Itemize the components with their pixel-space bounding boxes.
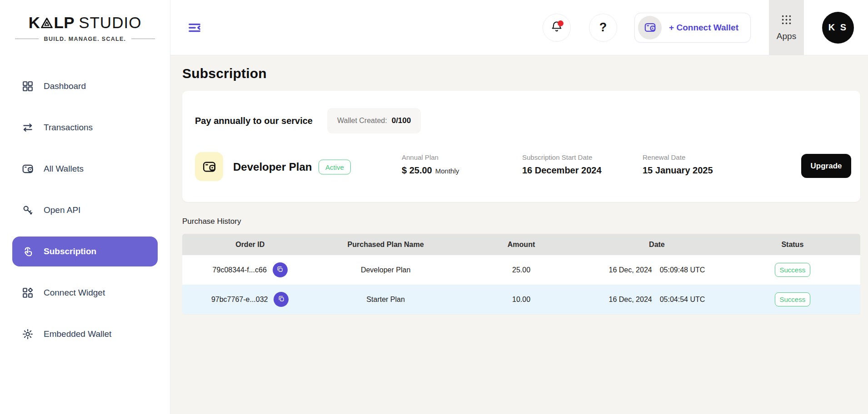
sidebar-item-embedded-wallet[interactable]: Embedded Wallet [12, 319, 158, 349]
order-id-cell: 79c08344-f...c66 [182, 262, 318, 277]
plan-status-badge: Active [319, 160, 351, 175]
sidebar-item-label: Connect Widget [44, 288, 105, 298]
copy-order-id-button[interactable] [273, 262, 288, 277]
logo-text-studio: STUDIO [79, 14, 141, 32]
plan-wallet-icon [195, 152, 223, 181]
user-avatar[interactable]: K S [822, 12, 854, 44]
transactions-arrows-icon [22, 122, 34, 133]
wallet-created-value: 0/100 [392, 116, 411, 125]
sidebar-item-label: Embedded Wallet [44, 329, 111, 339]
order-id-value: 79c08344-f...c66 [213, 266, 267, 274]
plan-name-cell: Starter Plan [318, 296, 453, 304]
notifications-button[interactable] [543, 14, 571, 42]
amount-cell: 25.00 [454, 266, 589, 274]
annual-price: $ 25.00 [402, 165, 432, 175]
logo-triangle-icon [40, 17, 53, 30]
date-cell: 16 Dec, 2024 05:09:48 UTC [589, 266, 724, 274]
apps-grid-icon [780, 14, 793, 27]
menu-collapse-icon [188, 29, 201, 36]
subscription-plan-card: Pay annually to our service Wallet Creat… [182, 91, 860, 202]
gear-icon [22, 328, 34, 340]
table-row: 79c08344-f...c66 Developer Plan 25.00 16… [182, 255, 860, 285]
time-value: 05:04:54 UTC [660, 296, 705, 304]
sidebar-nav: Dashboard Transactions [0, 55, 170, 349]
annual-plan-label: Annual Plan [402, 153, 459, 161]
column-header-order-id: Order ID [182, 241, 318, 249]
sidebar-item-open-api[interactable]: Open API [12, 195, 158, 225]
date-value: 16 Dec, 2024 [609, 296, 652, 304]
wallet-created-counter: Wallet Created: 0/100 [327, 108, 421, 133]
app-window: K LP STUDIO BUILD. MANAGE. SCALE. [0, 0, 868, 414]
sidebar-item-dashboard[interactable]: Dashboard [12, 71, 158, 101]
renewal-date-label: Renewal Date [643, 153, 713, 161]
upgrade-button[interactable]: Upgrade [801, 154, 851, 178]
purchase-history-table: Order ID Purchased Plan Name Amount Date… [182, 234, 860, 314]
sidebar-item-connect-widget[interactable]: Connect Widget [12, 278, 158, 308]
order-id-cell: 97bc7767-e...032 [182, 292, 318, 307]
column-header-date: Date [589, 241, 724, 249]
sidebar-item-label: Dashboard [44, 81, 86, 91]
annual-plan-stat: Annual Plan $ 25.00Monthly [402, 153, 459, 176]
date-cell: 16 Dec, 2024 05:04:54 UTC [589, 296, 724, 304]
renewal-date-stat: Renewal Date 15 January 2025 [643, 153, 713, 176]
sidebar-collapse-button[interactable] [188, 21, 201, 34]
plan-name: Developer Plan [233, 161, 312, 173]
wallet-icon [22, 163, 34, 175]
start-date-stat: Subscription Start Date 16 December 2024 [522, 153, 602, 176]
column-header-plan-name: Purchased Plan Name [318, 241, 453, 249]
sidebar-item-label: Subscription [44, 246, 96, 256]
key-icon [22, 204, 34, 216]
main-content: Subscription Pay annually to our service… [170, 56, 868, 414]
column-header-status: Status [725, 241, 860, 249]
logo-text-lp: LP [54, 14, 75, 32]
renewal-date-value: 15 January 2025 [643, 165, 713, 176]
sidebar-item-label: All Wallets [44, 164, 84, 174]
logo-text-k: K [29, 14, 40, 32]
annual-period: Monthly [435, 167, 459, 175]
start-date-label: Subscription Start Date [522, 153, 602, 161]
sidebar-item-all-wallets[interactable]: All Wallets [12, 154, 158, 184]
copy-order-id-button[interactable] [274, 292, 289, 307]
status-cell: Success [725, 292, 860, 306]
connect-wallet-button[interactable]: + Connect Wallet [634, 13, 751, 43]
notification-dot [558, 20, 564, 26]
page-title: Subscription [182, 66, 860, 81]
column-header-amount: Amount [454, 241, 589, 249]
dashboard-grid-icon [22, 80, 34, 92]
table-row: 97bc7767-e...032 Starter Plan 10.00 16 D… [182, 285, 860, 314]
sidebar-item-label: Open API [44, 205, 80, 215]
topbar: ? + Connect Wallet [170, 0, 868, 55]
sidebar-item-transactions[interactable]: Transactions [12, 113, 158, 143]
connect-wallet-label: + Connect Wallet [669, 23, 738, 33]
help-button[interactable]: ? [589, 14, 617, 42]
wallet-created-label: Wallet Created: [337, 117, 387, 125]
sidebar: K LP STUDIO BUILD. MANAGE. SCALE. [0, 0, 170, 414]
apps-button[interactable]: Apps [769, 0, 804, 55]
purchase-history-title: Purchase History [182, 217, 860, 226]
apps-button-label: Apps [777, 31, 796, 41]
amount-cell: 10.00 [454, 296, 589, 304]
brand-tagline: BUILD. MANAGE. SCALE. [10, 36, 161, 42]
status-badge: Success [775, 263, 810, 277]
plan-card-heading: Pay annually to our service [195, 116, 313, 126]
status-cell: Success [725, 263, 860, 277]
plan-name-cell: Developer Plan [318, 266, 453, 274]
wallet-icon [638, 16, 662, 39]
copy-icon [276, 266, 284, 274]
order-id-value: 97bc7767-e...032 [211, 296, 268, 304]
sidebar-item-subscription[interactable]: Subscription [12, 237, 158, 266]
date-value: 16 Dec, 2024 [609, 266, 652, 274]
copy-icon [278, 295, 285, 304]
question-mark-icon: ? [599, 20, 607, 34]
sidebar-item-label: Transactions [44, 123, 93, 133]
table-header-row: Order ID Purchased Plan Name Amount Date… [182, 234, 860, 255]
brand-logo: K LP STUDIO BUILD. MANAGE. SCALE. [0, 0, 170, 55]
start-date-value: 16 December 2024 [522, 165, 602, 176]
status-badge: Success [775, 292, 810, 306]
tap-gesture-icon [22, 246, 34, 257]
widget-grid-diamond-icon [22, 287, 34, 299]
time-value: 05:09:48 UTC [660, 266, 705, 274]
